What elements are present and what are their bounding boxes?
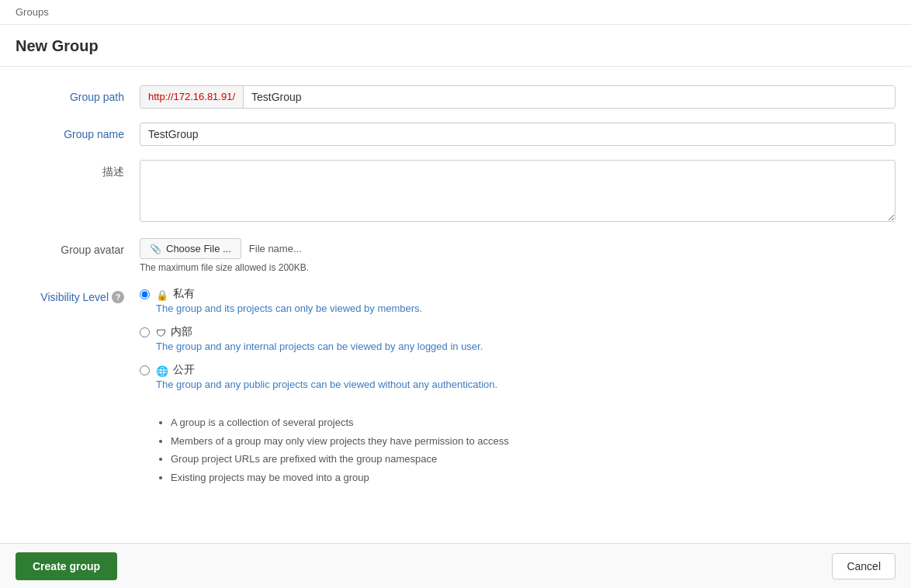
info-item-4: Existing projects may be moved into a gr… — [171, 470, 895, 486]
visibility-label: Visibility Level — [40, 291, 109, 303]
group-name-input[interactable] — [140, 123, 895, 146]
group-avatar-label: Group avatar — [16, 238, 140, 256]
group-path-input[interactable] — [244, 86, 895, 108]
description-input[interactable] — [140, 160, 895, 222]
file-upload-row: Choose File ... File name... — [140, 238, 895, 259]
visibility-private-content: 私有 The group and its projects can only b… — [156, 287, 422, 314]
visibility-radio-private[interactable] — [140, 289, 150, 299]
visibility-private-label: 私有 — [173, 287, 195, 301]
group-name-label: Group name — [16, 123, 140, 140]
create-group-button[interactable]: Create group — [16, 552, 117, 580]
description-row: 描述 — [16, 160, 895, 224]
info-item-3: Group project URLs are prefixed with the… — [171, 451, 895, 467]
group-avatar-row: Group avatar Choose File ... File name..… — [16, 238, 895, 273]
breadcrumb-text: Groups — [16, 6, 49, 18]
lock-icon — [156, 288, 168, 301]
group-name-control — [140, 123, 895, 146]
visibility-internal-label: 内部 — [171, 325, 192, 339]
group-path-input-wrap: http://172.16.81.91/ — [140, 85, 895, 109]
visibility-private-header: 私有 — [156, 287, 422, 301]
footer-bar: Create group Cancel — [0, 543, 911, 588]
visibility-section: Visibility Level ? 私有 The group and its … — [16, 287, 895, 401]
info-list: A group is a collection of several proje… — [155, 415, 895, 485]
info-item-1: A group is a collection of several proje… — [171, 415, 895, 431]
visibility-internal-content: 内部 The group and any internal projects c… — [156, 325, 483, 352]
breadcrumb: Groups — [0, 0, 911, 25]
visibility-option-private: 私有 The group and its projects can only b… — [140, 287, 895, 314]
visibility-label-wrap: Visibility Level ? — [16, 287, 140, 303]
choose-file-label: Choose File ... — [166, 243, 231, 254]
visibility-options: 私有 The group and its projects can only b… — [140, 287, 895, 401]
visibility-internal-desc: The group and any internal projects can … — [156, 341, 483, 352]
choose-file-button[interactable]: Choose File ... — [140, 238, 241, 259]
group-path-label: Group path — [16, 85, 140, 103]
cancel-button[interactable]: Cancel — [832, 553, 895, 579]
visibility-help-icon[interactable]: ? — [112, 291, 124, 303]
file-hint: The maximum file size allowed is 200KB. — [140, 262, 895, 273]
description-label: 描述 — [16, 160, 140, 179]
group-path-control: http://172.16.81.91/ — [140, 85, 895, 109]
visibility-private-desc: The group and its projects can only be v… — [156, 303, 422, 314]
visibility-public-header: 公开 — [156, 363, 497, 377]
visibility-option-public: 公开 The group and any public projects can… — [140, 363, 895, 390]
visibility-option-internal: 内部 The group and any internal projects c… — [140, 325, 895, 352]
group-name-row: Group name — [16, 123, 895, 146]
visibility-public-content: 公开 The group and any public projects can… — [156, 363, 497, 390]
page-title: New Group — [16, 37, 895, 55]
visibility-public-label: 公开 — [173, 363, 195, 377]
file-name-label: File name... — [249, 243, 302, 254]
globe-icon — [156, 364, 168, 377]
shield-icon — [156, 326, 166, 339]
visibility-internal-header: 内部 — [156, 325, 483, 339]
info-item-2: Members of a group may only view project… — [171, 434, 895, 449]
visibility-radio-public[interactable] — [140, 365, 150, 375]
visibility-radio-internal[interactable] — [140, 327, 150, 337]
group-path-row: Group path http://172.16.81.91/ — [16, 85, 895, 109]
paperclip-icon — [150, 243, 161, 254]
group-avatar-control: Choose File ... File name... The maximum… — [140, 238, 895, 273]
visibility-public-desc: The group and any public projects can be… — [156, 379, 497, 390]
group-path-prefix: http://172.16.81.91/ — [140, 86, 244, 108]
description-control — [140, 160, 895, 224]
